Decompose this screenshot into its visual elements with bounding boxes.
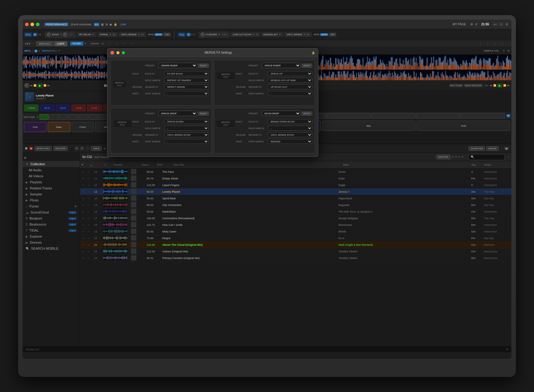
window-min-icon[interactable]: — — [492, 22, 498, 26]
fx1-mtdelay-arrow[interactable]: ▼ — [92, 33, 94, 36]
settings-icon[interactable]: ⚙ — [470, 23, 473, 26]
star-icon[interactable]: ★ — [90, 164, 92, 167]
deck1-mfx-dot1[interactable]: 1 — [35, 50, 37, 52]
sidebar-item-collection[interactable]: ▼ Collection — [23, 161, 80, 167]
track-star-icon[interactable]: ★ — [87, 177, 90, 180]
track-miniwave[interactable] — [103, 229, 127, 233]
sidebar-beatsource-badge[interactable]: Log in — [68, 223, 77, 226]
seq-more-icon[interactable]: ⋮ — [500, 147, 503, 150]
sidebar-tidal-badge[interactable]: Log in — [68, 229, 77, 232]
mfx1-dropsample-select[interactable]: - — [164, 91, 209, 96]
fx1-2[interactable]: 2 — [37, 33, 39, 36]
headphones-icon[interactable]: ◉ — [110, 23, 112, 26]
fx2-active-btn[interactable]: 1 — [187, 33, 190, 36]
sync-icon[interactable]: ↺ — [475, 23, 477, 26]
sort-icon[interactable]: ↕ — [508, 156, 509, 158]
mixer-icon[interactable]: ⊞ — [106, 23, 108, 26]
track-row[interactable]: ≋ ★ 13 84.00 Lonely Planet Jenova 7 Am T… — [80, 188, 511, 195]
cfx-user-tab[interactable]: USER — [54, 41, 67, 46]
mfx1-buildsample-select[interactable]: REPEAT UP SNARE9 — [164, 78, 209, 83]
fx2-tap-btn[interactable]: TAP — [329, 33, 336, 36]
deck1-skip-fwd[interactable]: ⏭ — [47, 84, 50, 87]
track-miniwave[interactable] — [103, 203, 127, 207]
col-filter-icon[interactable]: ▼ — [81, 163, 90, 166]
seq-remove-btn[interactable]: − — [80, 147, 84, 150]
grid-icon[interactable]: ▦ — [101, 23, 104, 26]
mfx1-releasefx-select[interactable]: IMPACT SNARE — [164, 84, 209, 89]
modal-min-btn[interactable] — [116, 51, 119, 54]
mfx2-preset-select[interactable]: SPACE RISER — [262, 63, 300, 68]
fx1-s[interactable]: S — [39, 33, 41, 36]
track-star-icon[interactable]: ★ — [87, 210, 90, 213]
deck1-cue-c[interactable]: 00:23 — [56, 104, 70, 112]
col-artist-header[interactable]: Artist — [342, 163, 470, 166]
deck2-skip-fwd[interactable]: ⏭ — [507, 84, 510, 87]
mfx3-releasefx-select[interactable]: VINYL BRAKE ECHO — [164, 132, 209, 137]
deck1-hotcue-5[interactable] — [79, 114, 88, 120]
track-row[interactable]: ≋ ★ 12 115.08 Liquid Fingers Eagle C Ins… — [80, 182, 511, 188]
track-row[interactable]: ≋ ★ 22 122.00 Unborn (Original Mix) Timo… — [80, 248, 511, 255]
track-star-icon[interactable]: ★ — [87, 171, 90, 173]
mfx2-dropsample-select[interactable]: - — [268, 91, 312, 96]
track-miniwave[interactable] — [103, 249, 127, 253]
fx1-echo-arrow[interactable]: ▼ — [60, 33, 62, 36]
deck1-cue-a[interactable]: A 00:00 — [24, 104, 39, 112]
track-star-icon[interactable]: ★ — [87, 184, 90, 187]
track-miniwave[interactable] — [103, 183, 127, 187]
track-star-icon[interactable]: ★ — [87, 257, 90, 260]
sidebar-item-sampler[interactable]: ▶ Sampler — [23, 191, 80, 197]
col-genre-header[interactable]: Genre — [483, 163, 510, 166]
view-icon4[interactable]: ⊟ — [462, 156, 464, 158]
seq-save-btn[interactable]: SAVE — [91, 146, 102, 151]
master-btn[interactable]: MASTER — [436, 155, 450, 159]
deck2-play[interactable]: ▶ — [497, 84, 502, 88]
lock-icon[interactable]: 🔒 — [114, 23, 117, 26]
deck2-settings-icon[interactable]: ⚙ — [507, 49, 510, 52]
deck2-back[interactable]: ⏪ — [493, 84, 496, 87]
seq-left-arrow[interactable]: ◀ — [103, 147, 105, 150]
maximize-button[interactable] — [36, 23, 40, 26]
seq-record2-btn[interactable] — [86, 147, 89, 150]
fx2-flanger-knob[interactable] — [201, 33, 205, 37]
fx-mode-btn[interactable]: FX — [94, 23, 99, 26]
close-button[interactable] — [25, 23, 29, 26]
deck1-play[interactable]: ▶ — [37, 84, 43, 88]
view-icon3[interactable]: ⊡ — [458, 156, 460, 158]
bottom-view-icon[interactable]: ⊞ — [506, 348, 508, 351]
col-preview-header[interactable]: Preview — [113, 163, 140, 166]
mypage-label[interactable]: MY PAGE — [451, 22, 468, 26]
deck2-hotcue-7[interactable] — [416, 113, 460, 119]
fx1-active-btn[interactable]: 1 — [33, 33, 37, 36]
deck1-cue-b[interactable]: 00:10 — [40, 104, 54, 112]
fx2-auto-btn[interactable]: AUTO — [320, 33, 328, 36]
deck1-hotcue-2[interactable] — [49, 114, 59, 120]
sidebar-item-beatport[interactable]: B Beatport Log in — [23, 215, 80, 221]
fx1-spiral-arrow[interactable]: ▼ — [109, 33, 112, 36]
track-row[interactable]: ≋ ★ 21 124.00 Above The Cloud (Original … — [80, 242, 511, 248]
track-star-icon[interactable]: ★ — [87, 191, 90, 193]
mfx2-buildsample-select[interactable]: MOBIUS LFO UP SAW — [268, 78, 312, 83]
fx2-enigmajet-arrow[interactable]: ▼ — [279, 33, 281, 36]
seq-grid-icon[interactable]: ⊞ — [69, 147, 73, 150]
sidebar-item-devices[interactable]: ▶ Devices — [23, 239, 80, 245]
track-miniwave[interactable] — [103, 196, 127, 200]
fx1-vinylbrake-arrow[interactable]: ▼ — [138, 33, 140, 36]
sidebar-itunes-gear[interactable]: ⚙ — [75, 205, 77, 208]
mfx1-reset-btn[interactable]: RESET — [198, 64, 209, 68]
seq-record-btn[interactable]: ● — [29, 147, 33, 150]
mfx4-reset-btn[interactable]: RESET — [302, 112, 312, 115]
col-title-header[interactable]: Track Title — [172, 163, 341, 166]
seq-quantize-btn[interactable]: QUANTIZE — [469, 146, 485, 151]
view-icon5[interactable]: ⋮ — [465, 156, 467, 158]
track-miniwave[interactable] — [103, 176, 127, 180]
deck1-mfx-dot3[interactable]: 3 — [38, 50, 40, 52]
deck1-fwd[interactable]: ⏩ — [43, 84, 46, 87]
sidebar-item-itunes[interactable]: ♪ iTunes ⚙ — [23, 203, 80, 209]
deck1-hotcue-arrow[interactable]: ▼ — [37, 116, 39, 119]
track-row[interactable]: ≋ ★ 20 73.99 Mngns Es-K Fm Hip-Hop — [80, 235, 511, 242]
link-label[interactable]: LINK — [120, 23, 126, 26]
mfx1-preset-select[interactable]: SNARE RISER — [158, 63, 197, 68]
track-row[interactable]: ≋ ★ 19 80.00 Misty Dawn B0nds Gm Instrum… — [80, 228, 511, 235]
deck2-hotcue-5[interactable] — [327, 113, 371, 119]
track-star-icon[interactable]: ★ — [87, 204, 90, 207]
